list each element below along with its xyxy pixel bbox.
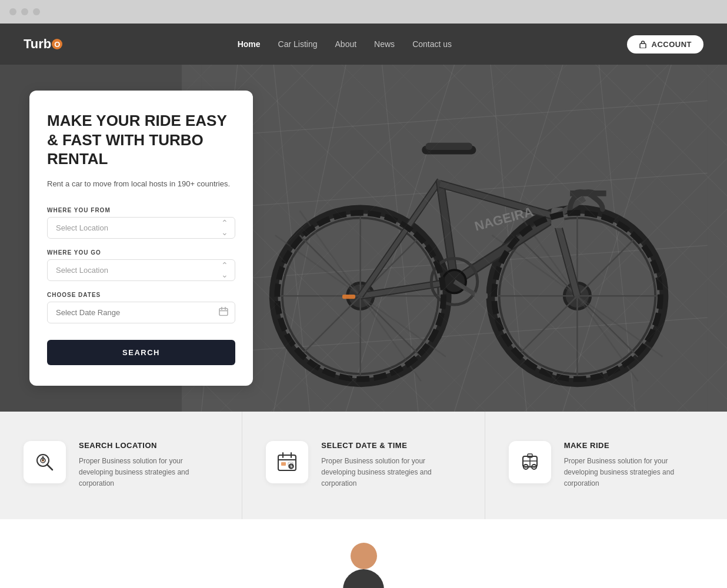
calendar-icon	[219, 307, 228, 318]
svg-line-46	[556, 216, 578, 296]
person-body	[343, 569, 384, 588]
svg-line-47	[556, 216, 578, 296]
feature-content-ride: MAKE RIDE Proper Business solution for y…	[564, 441, 703, 490]
svg-point-51	[443, 270, 466, 293]
feature-title-date: SELECT DATE & TIME	[321, 441, 461, 450]
bike-image: NAGEIRA	[182, 65, 727, 412]
svg-line-44	[440, 184, 556, 216]
features-section: SEARCH LOCATION Proper Business solution…	[0, 412, 727, 519]
navbar: TurbO Home Car Listing About News Contac…	[0, 24, 727, 65]
svg-line-43	[455, 216, 556, 282]
nav-item-contact[interactable]: Contact us	[412, 39, 452, 49]
svg-line-45	[440, 184, 556, 216]
feature-content-date: SELECT DATE & TIME Proper Business solut…	[321, 441, 461, 490]
svg-line-2	[201, 101, 707, 136]
svg-rect-55	[342, 295, 355, 299]
lock-icon	[639, 40, 647, 48]
svg-line-33	[361, 282, 455, 296]
search-location-icon-box	[24, 441, 66, 483]
svg-point-82	[525, 466, 526, 468]
calendar-icon-box	[266, 441, 308, 483]
traffic-dot-close	[9, 8, 16, 15]
go-select[interactable]: Select Location	[47, 259, 235, 281]
traffic-dot-minimize	[21, 8, 28, 15]
svg-line-8	[491, 65, 526, 412]
svg-line-5	[201, 318, 707, 353]
svg-line-35	[361, 181, 440, 296]
search-button[interactable]: SEARCH	[47, 340, 235, 365]
ride-icon	[518, 450, 542, 474]
from-label: WHERE YOU FROM	[47, 207, 235, 213]
feature-title-location: SEARCH LOCATION	[79, 441, 218, 450]
svg-rect-48	[551, 208, 564, 228]
feature-desc-date: Proper Business solution for your develo…	[321, 456, 461, 490]
svg-point-25	[499, 218, 655, 374]
account-button[interactable]: ACCOUNT	[627, 35, 704, 54]
svg-text:NAGEIRA: NAGEIRA	[473, 204, 535, 234]
svg-line-12	[346, 65, 454, 412]
svg-line-38	[440, 181, 455, 282]
dates-label: CHOOSE DATES	[47, 292, 235, 298]
nav-item-car-listing[interactable]: Car Listing	[278, 39, 318, 49]
feature-title-ride: MAKE RIDE	[564, 441, 703, 450]
svg-line-11	[274, 65, 346, 412]
feature-item-location: SEARCH LOCATION Proper Business solution…	[0, 412, 242, 519]
svg-point-15	[274, 209, 447, 383]
logo-o: O	[52, 39, 62, 49]
person-image	[328, 543, 399, 588]
svg-line-32	[516, 211, 638, 381]
from-select-wrapper: Select Location ⌃⌄	[47, 217, 235, 239]
svg-line-22	[275, 235, 446, 357]
svg-line-20	[299, 235, 421, 357]
go-label: WHERE YOU GO	[47, 249, 235, 256]
from-select[interactable]: Select Location	[47, 217, 235, 239]
svg-point-58	[494, 213, 661, 379]
svg-line-3	[201, 173, 707, 209]
svg-line-53	[455, 282, 478, 296]
svg-point-26	[564, 283, 590, 309]
svg-line-29	[516, 235, 638, 357]
svg-line-36	[361, 181, 440, 296]
svg-line-9	[599, 65, 635, 412]
svg-line-6	[274, 65, 309, 412]
hero-section: NAGEIRA MAKE YOUR RIDE EASY & FAST WITH …	[0, 65, 727, 412]
logo[interactable]: TurbO	[24, 36, 62, 52]
svg-rect-0	[640, 44, 646, 48]
calendar-date-icon	[275, 450, 299, 474]
date-input[interactable]	[47, 302, 235, 323]
feature-desc-location: Proper Business solution for your develo…	[79, 456, 218, 490]
svg-line-42	[455, 216, 556, 282]
person-head	[351, 543, 377, 569]
nav-item-about[interactable]: About	[335, 39, 357, 49]
search-card: MAKE YOUR RIDE EASY & FAST WITH TURBO RE…	[29, 91, 253, 385]
svg-line-4	[201, 245, 707, 281]
svg-rect-41	[425, 143, 472, 150]
svg-rect-60	[219, 309, 228, 316]
ride-icon-box	[509, 441, 551, 483]
search-location-icon	[33, 450, 56, 474]
svg-point-24	[491, 209, 664, 383]
date-wrapper	[47, 302, 235, 323]
go-select-wrapper: Select Location ⌃⌄	[47, 259, 235, 281]
feature-desc-ride: Proper Business solution for your develo…	[564, 456, 703, 490]
title-bar	[0, 0, 727, 24]
hero-subtext: Rent a car to move from local hosts in 1…	[47, 178, 235, 191]
svg-line-37	[440, 181, 455, 282]
svg-line-21	[299, 235, 421, 357]
nav-item-news[interactable]: News	[374, 39, 395, 49]
svg-line-13	[455, 65, 563, 412]
svg-point-17	[348, 283, 373, 309]
logo-text: Turb	[24, 36, 51, 52]
svg-line-49	[556, 198, 585, 216]
svg-line-34	[361, 282, 455, 296]
feature-item-date: SELECT DATE & TIME Proper Business solut…	[242, 412, 485, 519]
svg-line-66	[47, 465, 52, 470]
svg-line-30	[516, 235, 638, 357]
bottom-section: WHY YOU CHOOSE TURBO RENTAL	[0, 519, 727, 588]
svg-rect-1	[201, 65, 707, 412]
svg-line-31	[492, 235, 662, 357]
svg-rect-54	[475, 293, 488, 299]
svg-point-52	[431, 258, 478, 305]
hero-heading: MAKE YOUR RIDE EASY & FAST WITH TURBO RE…	[47, 111, 235, 169]
nav-item-home[interactable]: Home	[238, 39, 261, 49]
